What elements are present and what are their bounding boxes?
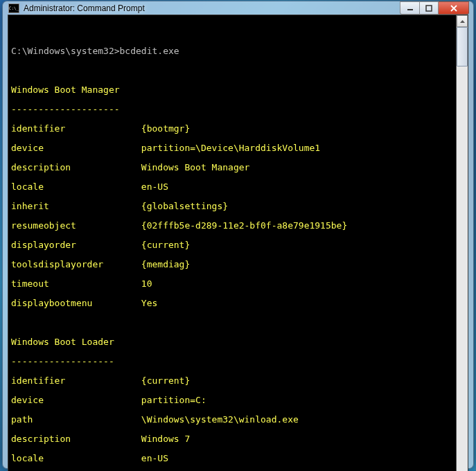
field-label: device bbox=[11, 396, 141, 405]
field-label: identifier bbox=[11, 124, 141, 134]
scroll-up-button[interactable] bbox=[457, 15, 468, 27]
section-underline: -------------------- bbox=[11, 105, 453, 114]
field-value: Yes bbox=[141, 298, 157, 308]
section-header-boot-manager: Windows Boot Manager bbox=[11, 85, 453, 95]
field-value: partition=\Device\HarddiskVolume1 bbox=[141, 143, 320, 153]
svg-rect-0 bbox=[407, 9, 413, 10]
prompt-path: C:\Windows\system32> bbox=[11, 46, 120, 56]
field-label: resumeobject bbox=[11, 221, 141, 231]
field-label: locale bbox=[11, 182, 141, 192]
field-value: {globalsettings} bbox=[141, 201, 228, 211]
minimize-icon bbox=[407, 5, 414, 12]
field-label: displaybootmenu bbox=[11, 299, 141, 308]
field-value: 10 bbox=[141, 278, 152, 289]
field-label: toolsdisplayorder bbox=[11, 260, 141, 269]
field-label: timeout bbox=[11, 279, 141, 289]
field-label: description bbox=[11, 163, 141, 172]
maximize-icon bbox=[425, 5, 432, 12]
field-value: Windows Boot Manager bbox=[141, 162, 250, 172]
field-label: displayorder bbox=[11, 240, 141, 250]
field-value: {memdiag} bbox=[141, 259, 190, 269]
field-label: identifier bbox=[11, 376, 141, 386]
command-prompt-window: Administrator: Command Prompt C:\Windows… bbox=[2, 1, 474, 469]
client-area: C:\Windows\system32>bcdedit.exe Windows … bbox=[8, 15, 468, 471]
minimize-button[interactable] bbox=[400, 1, 419, 15]
field-value: {current} bbox=[141, 240, 190, 250]
field-value: en-US bbox=[141, 181, 168, 192]
chevron-up-icon bbox=[460, 20, 465, 23]
command-text: bcdedit.exe bbox=[120, 46, 179, 56]
field-value: {current} bbox=[141, 375, 190, 386]
close-button[interactable] bbox=[439, 1, 469, 15]
window-title: Administrator: Command Prompt bbox=[24, 3, 400, 13]
field-value: {bootmgr} bbox=[141, 123, 190, 134]
field-label: device bbox=[11, 143, 141, 153]
section-underline: ------------------- bbox=[11, 357, 453, 366]
field-label: locale bbox=[11, 454, 141, 463]
console-output[interactable]: C:\Windows\system32>bcdedit.exe Windows … bbox=[8, 15, 456, 471]
field-value: partition=C: bbox=[141, 395, 206, 405]
scroll-track[interactable] bbox=[457, 27, 468, 471]
window-controls bbox=[400, 1, 469, 15]
cmd-icon bbox=[8, 3, 19, 13]
scroll-thumb[interactable] bbox=[457, 27, 468, 66]
field-label: path bbox=[11, 415, 141, 425]
vertical-scrollbar[interactable] bbox=[456, 15, 468, 471]
field-value: en-US bbox=[141, 453, 168, 463]
section-header-boot-loader: Windows Boot Loader bbox=[11, 337, 453, 347]
close-icon bbox=[450, 5, 458, 12]
field-value: Windows 7 bbox=[141, 434, 190, 444]
field-value: {02fffb5e-d289-11e2-bf0f-a8e79e1915be} bbox=[141, 220, 347, 231]
field-label: description bbox=[11, 434, 141, 444]
titlebar[interactable]: Administrator: Command Prompt bbox=[3, 1, 473, 15]
svg-rect-1 bbox=[426, 6, 432, 11]
field-value: \Windows\system32\winload.exe bbox=[141, 414, 299, 425]
maximize-button[interactable] bbox=[419, 1, 439, 15]
field-label: inherit bbox=[11, 202, 141, 211]
